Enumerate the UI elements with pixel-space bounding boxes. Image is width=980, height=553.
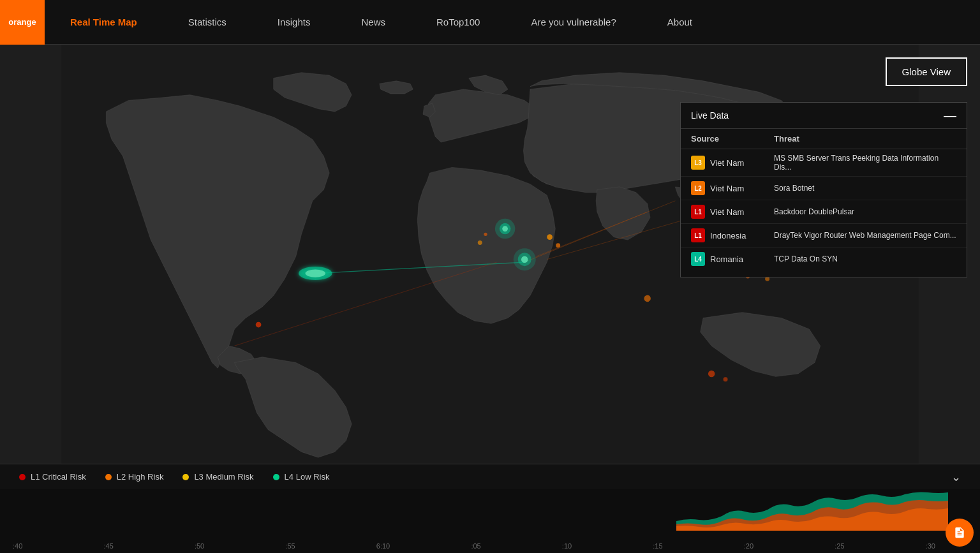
live-panel-header: Live Data — <box>681 103 967 129</box>
time-label: :15 <box>653 542 662 550</box>
time-label: :25 <box>835 542 844 550</box>
l1-label: L1 Critical Risk <box>31 472 86 482</box>
live-panel-columns: Source Threat <box>681 129 967 149</box>
l4-label: L4 Low Risk <box>285 472 330 482</box>
timeline-chart <box>676 489 948 531</box>
source-country: Viet Nam <box>710 184 774 193</box>
nav-news[interactable]: News <box>336 0 411 45</box>
nav-items: Real Time Map Statistics Insights News R… <box>45 0 980 45</box>
l3-dot <box>182 474 189 480</box>
live-row[interactable]: L4 Romania TCP Data On SYN <box>681 247 967 270</box>
threat-badge-l4: L4 <box>691 252 705 266</box>
threat-description: DrayTek Vigor Router Web Management Page… <box>774 231 956 240</box>
l4-dot <box>273 474 279 480</box>
threat-description: TCP Data On SYN <box>774 254 956 263</box>
expand-button[interactable]: ⌄ <box>951 470 961 484</box>
live-row[interactable]: L2 Viet Nam Sora Botnet <box>681 177 967 200</box>
nav-real-time-map[interactable]: Real Time Map <box>45 0 163 45</box>
nav-insights[interactable]: Insights <box>252 0 336 45</box>
threat-badge-l3: L3 <box>691 156 705 170</box>
svg-point-23 <box>708 371 715 377</box>
logo[interactable]: orange <box>0 0 45 45</box>
time-label: :20 <box>744 542 754 550</box>
legend-item-l2: L2 High Risk <box>105 472 164 482</box>
live-row[interactable]: L1 Indonesia DrayTek Vigor Router Web Ma… <box>681 224 967 247</box>
svg-point-16 <box>478 240 482 245</box>
time-label: :10 <box>562 542 572 550</box>
svg-point-7 <box>306 269 325 277</box>
legend-item-l3: L3 Medium Risk <box>182 472 253 482</box>
minimize-button[interactable]: — <box>944 109 956 122</box>
legend-item-l4: L4 Low Risk <box>273 472 330 482</box>
nav-rotop100[interactable]: RoTop100 <box>411 0 505 45</box>
l1-dot <box>19 474 26 480</box>
nav-statistics[interactable]: Statistics <box>163 0 252 45</box>
svg-point-22 <box>256 322 262 328</box>
pdf-download-button[interactable] <box>946 519 974 547</box>
threat-badge-l1: L1 <box>691 205 705 219</box>
svg-point-13 <box>521 256 528 262</box>
timeline-bar: :40 :45 :50 :55 6:10 :05 :10 :15 :20 :25… <box>0 489 980 553</box>
time-label: :55 <box>285 542 295 550</box>
col-source-header: Source <box>691 134 774 144</box>
nav-vulnerable[interactable]: Are you vulnerable? <box>505 0 641 45</box>
col-threat-header: Threat <box>774 134 956 144</box>
legend-item-l1: L1 Critical Risk <box>19 472 86 482</box>
l2-dot <box>105 474 112 480</box>
nav-about[interactable]: About <box>642 0 718 45</box>
map-area: Globe View Live Data — Source Threat L3 … <box>0 45 980 489</box>
source-country: Romania <box>710 254 774 264</box>
time-label: :50 <box>195 542 204 550</box>
svg-point-24 <box>724 377 728 381</box>
svg-point-17 <box>484 233 487 236</box>
svg-point-21 <box>644 295 650 302</box>
time-label: :30 <box>926 542 935 550</box>
navigation: orange Real Time Map Statistics Insights… <box>0 0 980 45</box>
source-country: Viet Nam <box>710 158 774 168</box>
time-label: :40 <box>13 542 22 550</box>
live-panel-title: Live Data <box>691 110 729 121</box>
live-data-panel: Live Data — Source Threat L3 Viet Nam MS… <box>680 102 967 277</box>
svg-point-15 <box>556 243 560 247</box>
threat-description: MS SMB Server Trans Peeking Data Informa… <box>774 154 956 172</box>
l2-label: L2 High Risk <box>117 472 164 482</box>
time-label: 6:10 <box>376 542 390 550</box>
threat-badge-l1: L1 <box>691 228 705 242</box>
legend-bar: L1 Critical Risk L2 High Risk L3 Medium … <box>0 464 980 489</box>
threat-description: Sora Botnet <box>774 184 956 193</box>
live-row[interactable]: L3 Viet Nam MS SMB Server Trans Peeking … <box>681 149 967 177</box>
svg-point-14 <box>547 234 553 240</box>
svg-point-10 <box>502 226 508 232</box>
source-country: Indonesia <box>710 231 774 240</box>
live-row[interactable]: L1 Viet Nam Backdoor DoublePulsar <box>681 200 967 224</box>
globe-view-button[interactable]: Globe View <box>886 57 967 86</box>
pdf-icon <box>953 526 966 539</box>
source-country: Viet Nam <box>710 207 774 217</box>
time-label: :45 <box>103 542 113 550</box>
l3-label: L3 Medium Risk <box>194 472 253 482</box>
timeline-labels: :40 :45 :50 :55 6:10 :05 :10 :15 :20 :25… <box>0 542 948 550</box>
threat-description: Backdoor DoublePulsar <box>774 207 956 216</box>
time-label: :05 <box>471 542 480 550</box>
threat-badge-l2: L2 <box>691 181 705 195</box>
